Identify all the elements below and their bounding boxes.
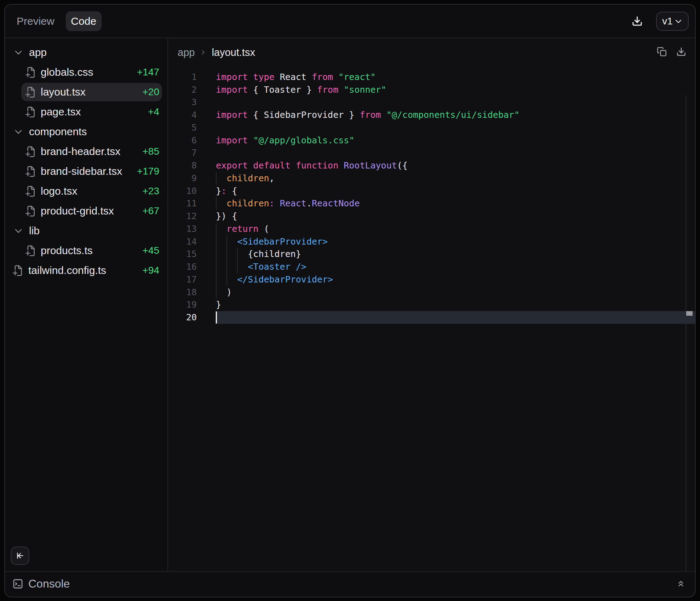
code-line-3: 3 — [168, 96, 695, 109]
diff-count: +179 — [137, 166, 159, 177]
arrow-left-to-line-icon — [16, 551, 25, 560]
code-line-14: 14 <SidebarProvider> — [168, 235, 695, 248]
file-label: layout.tsx — [41, 86, 86, 98]
diff-count: +45 — [143, 245, 160, 256]
code-line-15: 15 {children} — [168, 248, 695, 261]
code-line-18: 18 ) — [168, 286, 695, 299]
file-label: brand-sidebar.tsx — [41, 165, 122, 177]
code-line-19: 19} — [168, 298, 695, 311]
chevron-down-icon — [13, 226, 23, 236]
tree-file-tailwind.config.ts[interactable]: tailwind.config.ts+94 — [11, 261, 162, 280]
code-line-2: 2import { Toaster } from "sonner" — [168, 84, 695, 96]
download-code-button[interactable] — [676, 47, 686, 58]
code-line-13: 13 return ( — [168, 223, 695, 235]
code-pane: app layout.tsx 1import type React from "… — [168, 38, 695, 571]
version-label: v1 — [662, 16, 673, 27]
breadcrumb: app layout.tsx — [168, 38, 695, 67]
code-editor[interactable]: 1import type React from "react"2import {… — [168, 67, 695, 571]
code-line-8: 8export default function RootLayout({ — [168, 159, 695, 172]
file-label: product-grid.tsx — [41, 205, 114, 217]
collapse-sidebar-button[interactable] — [11, 546, 29, 565]
file-plus-icon — [25, 245, 37, 257]
version-dropdown[interactable]: v1 — [656, 12, 689, 31]
file-label: lib — [29, 225, 40, 237]
breadcrumb-file: layout.tsx — [212, 47, 255, 58]
diff-count: +94 — [143, 265, 160, 276]
diff-count: +147 — [137, 67, 159, 78]
chevrons-up-icon[interactable] — [676, 579, 685, 588]
code-line-4: 4import { SidebarProvider } from "@/comp… — [168, 109, 695, 121]
file-plus-icon — [25, 146, 37, 158]
tree-folder-components[interactable]: components — [11, 122, 162, 141]
diff-count: +20 — [143, 86, 160, 98]
code-line-16: 16 <Toaster /> — [168, 261, 695, 273]
file-tree-sidebar: appglobals.css+147layout.tsx+20page.tsx+… — [5, 38, 168, 571]
diff-count: +85 — [143, 146, 160, 157]
file-plus-icon — [25, 205, 37, 217]
chevron-right-icon — [200, 49, 207, 56]
file-label: brand-header.tsx — [41, 145, 120, 158]
code-line-5: 5 — [168, 121, 695, 134]
tree-file-brand-sidebar.tsx[interactable]: brand-sidebar.tsx+179 — [21, 162, 162, 181]
file-label: app — [29, 46, 47, 58]
code-line-11: 11 children: React.ReactNode — [168, 197, 695, 210]
file-label: tailwind.config.ts — [28, 264, 106, 276]
download-button[interactable] — [632, 16, 643, 27]
file-plus-icon — [25, 86, 37, 98]
code-line-12: 12}) { — [168, 210, 695, 223]
tab-preview[interactable]: Preview — [17, 15, 54, 27]
code-line-20: 20 — [168, 311, 695, 324]
code-line-7: 7 — [168, 147, 695, 159]
tree-folder-app[interactable]: app — [11, 43, 162, 62]
copy-code-button[interactable] — [657, 47, 667, 58]
console-label: Console — [28, 577, 70, 590]
tab-code[interactable]: Code — [66, 11, 102, 31]
tree-folder-lib[interactable]: lib — [11, 222, 162, 240]
tree-file-globals.css[interactable]: globals.css+147 — [21, 63, 162, 81]
console-bar[interactable]: Console — [5, 571, 695, 595]
tree-file-page.tsx[interactable]: page.tsx+4 — [21, 103, 162, 121]
code-line-17: 17 </SidebarProvider> — [168, 273, 695, 286]
scrollbar-thumb[interactable] — [686, 311, 693, 316]
file-label: globals.css — [41, 66, 93, 78]
code-line-6: 6import "@/app/globals.css" — [168, 134, 695, 147]
breadcrumb-dir: app — [178, 47, 195, 58]
terminal-icon — [12, 578, 23, 589]
file-plus-icon — [25, 185, 37, 197]
diff-count: +23 — [143, 185, 160, 197]
chevron-down-icon — [13, 47, 23, 57]
code-line-10: 10}: { — [168, 185, 695, 198]
file-plus-icon — [25, 106, 37, 118]
code-line-1: 1import type React from "react" — [168, 71, 695, 84]
file-label: logo.tsx — [41, 185, 77, 197]
file-plus-icon — [12, 265, 24, 276]
tree-file-product-grid.tsx[interactable]: product-grid.tsx+67 — [21, 202, 162, 220]
file-plus-icon — [25, 67, 37, 78]
file-label: page.tsx — [41, 106, 81, 118]
tree-file-logo.tsx[interactable]: logo.tsx+23 — [21, 182, 162, 200]
tree-file-layout.tsx[interactable]: layout.tsx+20 — [21, 83, 162, 101]
chevron-down-icon — [13, 127, 23, 137]
toolbar: Preview Code v1 — [5, 5, 695, 38]
tree-file-products.ts[interactable]: products.ts+45 — [21, 241, 162, 260]
chevron-down-icon — [674, 17, 683, 25]
diff-count: +67 — [143, 205, 160, 217]
code-line-9: 9 children, — [168, 172, 695, 185]
file-label: products.ts — [41, 245, 93, 257]
file-plus-icon — [25, 166, 37, 177]
text-cursor — [216, 311, 217, 324]
diff-count: +4 — [148, 106, 159, 118]
code-view-panel: Preview Code v1 appglobals.css+147layout… — [4, 4, 696, 597]
tree-file-brand-header.tsx[interactable]: brand-header.tsx+85 — [21, 142, 162, 161]
file-label: components — [29, 126, 87, 138]
